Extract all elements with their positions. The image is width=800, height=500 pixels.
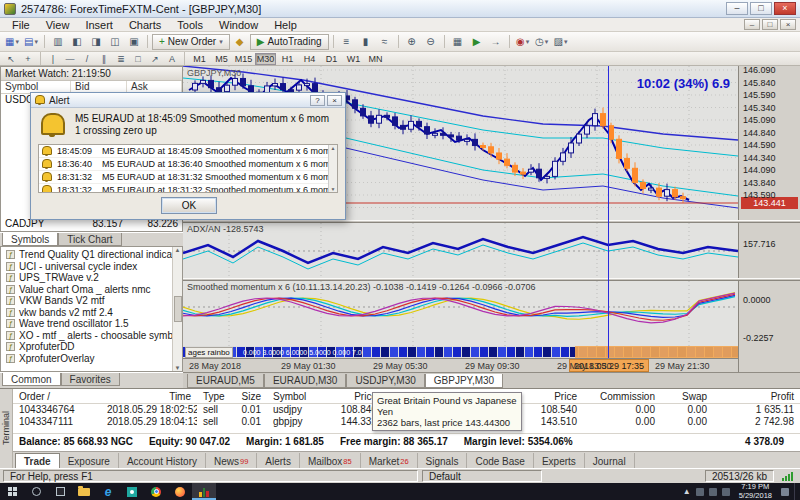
zoom-out-icon[interactable]: ⊖ <box>422 34 440 50</box>
menu-item[interactable]: Insert <box>77 18 121 32</box>
orders-column-header[interactable]: Size <box>233 391 267 403</box>
terminal-tab[interactable]: Market26 <box>361 453 418 469</box>
firefox-icon[interactable] <box>168 483 192 500</box>
terminal-tab[interactable]: Signals <box>418 453 468 469</box>
terminal-tab[interactable]: Code Base <box>467 453 533 469</box>
terminal-tab[interactable]: Alerts <box>257 453 300 469</box>
menu-item[interactable]: Charts <box>121 18 169 32</box>
tray-icon[interactable] <box>696 488 704 496</box>
chart-tab[interactable]: USDJPY,M30 <box>346 374 424 388</box>
navigator-item[interactable]: ƒ UCI - universal cycle index <box>1 261 182 273</box>
menu-item[interactable]: Window <box>211 18 266 32</box>
orders-column-header[interactable]: Symbol <box>267 391 323 403</box>
tray-icon[interactable] <box>709 488 717 496</box>
start-button[interactable] <box>0 483 24 500</box>
orders-column-header[interactable]: Profit <box>713 391 800 403</box>
time-axis[interactable]: 2018.05.29 17:35 28 May 201829 May 01:30… <box>183 358 738 372</box>
orders-column-header[interactable]: Time <box>101 391 197 403</box>
chart-tab[interactable]: EURAUD,M30 <box>264 374 346 388</box>
new-order-button[interactable]: +New Order▾ <box>152 34 230 50</box>
alert-row[interactable]: 18:45:09 M5 EURAUD at 18:45:09 Smoothed … <box>39 145 337 158</box>
menu-item[interactable]: Tools <box>169 18 211 32</box>
task-view-button[interactable] <box>48 483 72 500</box>
terminal-tab[interactable]: Account History <box>119 453 206 469</box>
trendline-icon[interactable]: / <box>79 53 95 65</box>
navigator-item[interactable]: ƒ UPS_TRWave v.2 <box>1 272 182 284</box>
text-label-icon[interactable]: A <box>164 53 180 65</box>
orders-column-header[interactable]: Commission <box>583 391 661 403</box>
terminal-tab[interactable]: Exposure <box>60 453 119 469</box>
terminal-tab[interactable]: Mailbox85 <box>300 453 361 469</box>
profiles-icon[interactable]: ▤▾ <box>22 34 40 50</box>
navigator-tab[interactable]: Common <box>2 373 61 386</box>
terminal-icon[interactable]: ◫ <box>106 34 124 50</box>
alert-list-scrollbar[interactable]: ▲▼ <box>328 145 337 192</box>
timeframe-button[interactable]: D1 <box>321 53 342 65</box>
market-watch-tab[interactable]: Symbols <box>2 233 58 246</box>
alert-row[interactable]: 18:36:40 M5 EURAUD at 18:36:40 Smoothed … <box>39 158 337 171</box>
navigator-scrollbar[interactable]: ▲▼ <box>172 247 182 371</box>
strategy-tester-icon[interactable]: ▣ <box>125 34 143 50</box>
timeframe-button[interactable]: W1 <box>343 53 364 65</box>
navigator-item[interactable]: ƒ Value chart Oma _ alerts nmc <box>1 284 182 296</box>
chart-tab[interactable]: EURAUD,M5 <box>187 374 264 388</box>
file-explorer-icon[interactable] <box>72 483 96 500</box>
window-separator[interactable] <box>183 220 800 223</box>
arrows-icon[interactable]: ↗ <box>147 53 163 65</box>
orders-column-header[interactable]: Order / <box>13 391 101 403</box>
indicator-window-1[interactable] <box>183 223 738 278</box>
taskbar-clock[interactable]: 7:19 PM 5/29/2018 <box>735 483 776 500</box>
market-watch-tab[interactable]: Tick Chart <box>58 233 121 246</box>
alert-dialog-titlebar[interactable]: Alert ? × <box>31 93 345 108</box>
edge-icon[interactable]: e <box>96 483 120 500</box>
navigator-tab[interactable]: Favorites <box>61 373 120 386</box>
terminal-tab[interactable]: Trade <box>15 453 60 469</box>
indicators-icon[interactable]: ◉▾ <box>514 34 532 50</box>
dialog-close-icon[interactable]: × <box>327 95 342 106</box>
menu-item[interactable]: File <box>4 18 38 32</box>
navigator-item[interactable]: ƒ XprofuterOverlay <box>1 353 182 365</box>
shapes-icon[interactable]: □ <box>130 53 146 65</box>
restore-button[interactable]: □ <box>750 2 772 15</box>
templates-icon[interactable]: ▨▾ <box>552 34 570 50</box>
help-icon[interactable]: ? <box>310 95 325 106</box>
market-watch-icon[interactable]: ▥ <box>49 34 67 50</box>
status-profile[interactable]: Default <box>422 470 542 482</box>
chrome-icon[interactable] <box>144 483 168 500</box>
timeframe-button[interactable]: H1 <box>277 53 298 65</box>
bar-chart-icon[interactable]: ≡ <box>338 34 356 50</box>
terminal-tab[interactable]: Journal <box>585 453 635 469</box>
tray-icon[interactable] <box>722 488 730 496</box>
navigator-item[interactable]: ƒ VKW Bands V2 mtf <box>1 295 182 307</box>
channel-icon[interactable]: ∥ <box>96 53 112 65</box>
mt4-taskbar-icon[interactable] <box>192 483 216 500</box>
price-scale[interactable]: 143.441 146.090145.840145.590145.340145.… <box>738 66 800 372</box>
line-chart-icon[interactable]: ≈ <box>376 34 394 50</box>
timeframe-button[interactable]: M30 <box>255 53 276 65</box>
orders-column-header[interactable]: Price <box>517 391 583 403</box>
chart-minimize-button[interactable]: – <box>744 19 760 30</box>
show-desktop-button[interactable] <box>794 483 798 500</box>
close-button[interactable]: × <box>774 2 796 15</box>
minimize-button[interactable]: – <box>726 2 748 15</box>
alert-row[interactable]: 18:31:32 M5 EURAUD at 18:31:32 Smoothed … <box>39 184 337 193</box>
navigator-item[interactable]: ƒ vkw bands v2 mtf 2.4 <box>1 307 182 319</box>
autotrading-button[interactable]: ▶AutoTrading <box>250 34 329 50</box>
periods-icon[interactable]: ◷▾ <box>533 34 551 50</box>
menu-item[interactable]: Help <box>266 18 305 32</box>
photos-icon[interactable] <box>120 483 144 500</box>
orders-column-header[interactable]: Swap <box>661 391 713 403</box>
zoom-in-icon[interactable]: ⊕ <box>403 34 421 50</box>
data-window-icon[interactable]: ◧ <box>68 34 86 50</box>
navigator-icon[interactable]: ◨ <box>87 34 105 50</box>
window-separator[interactable] <box>183 278 800 281</box>
orders-column-header[interactable]: Type <box>197 391 233 403</box>
terminal-tab[interactable]: Experts <box>534 453 585 469</box>
chart-shift-icon[interactable]: → <box>487 34 505 50</box>
navigator-item[interactable]: ƒ Wave trend oscillator 1.5 <box>1 318 182 330</box>
terminal-tab[interactable]: News99 <box>206 453 257 469</box>
tile-windows-icon[interactable]: ▦ <box>449 34 467 50</box>
cursor-icon[interactable]: ↖ <box>3 53 19 65</box>
ok-button[interactable]: OK <box>161 197 217 214</box>
menu-item[interactable]: View <box>38 18 78 32</box>
